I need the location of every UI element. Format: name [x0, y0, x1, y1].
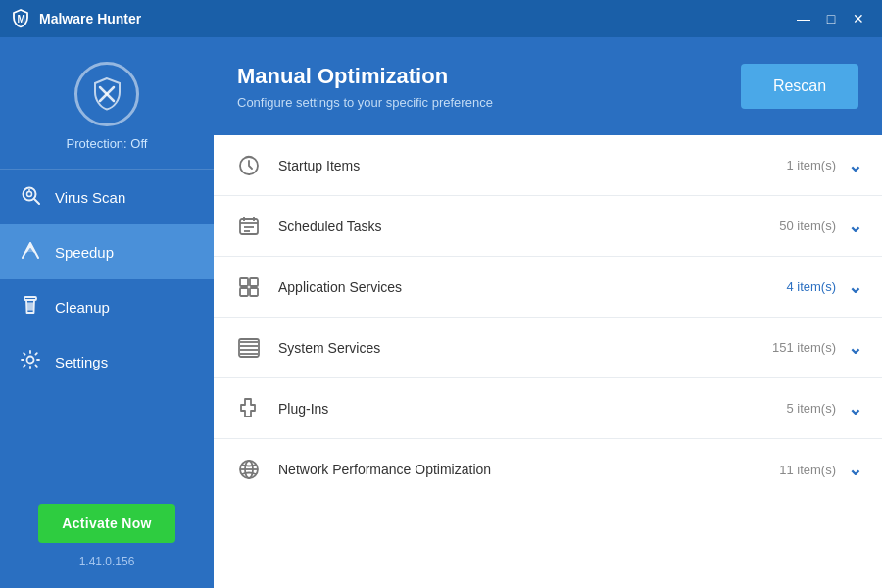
minimize-button[interactable]: —	[790, 5, 817, 32]
list-item-system-services[interactable]: System Services 151 item(s) ⌄	[214, 318, 882, 378]
speedup-icon	[20, 239, 41, 266]
app-title: Malware Hunter	[39, 11, 790, 26]
system-services-label: System Services	[278, 340, 772, 356]
scan-icon	[20, 184, 41, 211]
startup-label: Startup Items	[278, 158, 786, 173]
network-count: 11 item(s)	[779, 463, 836, 477]
sidebar-item-settings[interactable]: Settings	[0, 334, 214, 389]
titlebar: M Malware Hunter — □ ✕	[0, 0, 882, 37]
list-item-network[interactable]: Network Performance Optimization 11 item…	[214, 439, 882, 500]
network-chevron: ⌄	[848, 459, 862, 480]
sidebar: Protection: Off Virus Scan Spee	[0, 37, 214, 588]
system-services-chevron: ⌄	[848, 337, 862, 359]
sidebar-item-label-settings: Settings	[55, 354, 108, 370]
scheduled-label: Scheduled Tasks	[278, 219, 779, 234]
items-list: Startup Items 1 item(s) ⌄ Scheduled Task…	[214, 135, 882, 588]
rescan-button[interactable]: Rescan	[741, 64, 858, 109]
scheduled-chevron: ⌄	[848, 216, 862, 237]
app-services-count: 4 item(s)	[786, 279, 836, 294]
plugins-chevron: ⌄	[848, 398, 862, 419]
sidebar-bottom: Activate Now 1.41.0.156	[0, 484, 214, 588]
plugins-icon	[233, 393, 265, 424]
sidebar-item-speedup[interactable]: Speedup	[0, 224, 214, 279]
content-area: Manual Optimization Configure settings t…	[214, 37, 882, 588]
plugins-label: Plug-Ins	[278, 401, 786, 416]
scheduled-count: 50 item(s)	[779, 219, 836, 233]
sidebar-item-label-speedup: Speedup	[55, 244, 114, 261]
close-button[interactable]: ✕	[845, 5, 872, 32]
plugins-count: 5 item(s)	[786, 401, 836, 416]
protection-status: Protection: Off	[67, 136, 148, 151]
activate-now-button[interactable]: Activate Now	[38, 504, 175, 543]
svg-rect-21	[240, 288, 248, 296]
app-services-icon	[233, 271, 265, 303]
shield-icon	[74, 62, 139, 126]
system-services-icon	[233, 332, 265, 364]
page-title: Manual Optimization	[237, 64, 493, 89]
svg-line-4	[34, 199, 39, 204]
main-layout: Protection: Off Virus Scan Spee	[0, 37, 882, 588]
startup-chevron: ⌄	[848, 155, 862, 176]
content-header: Manual Optimization Configure settings t…	[214, 37, 882, 135]
sidebar-item-label-virus-scan: Virus Scan	[55, 189, 125, 206]
svg-rect-22	[250, 288, 258, 296]
app-services-label: Application Services	[278, 279, 786, 295]
maximize-button[interactable]: □	[817, 5, 845, 32]
startup-count: 1 item(s)	[786, 158, 836, 172]
sidebar-item-label-cleanup: Cleanup	[55, 299, 110, 316]
svg-point-5	[27, 191, 32, 196]
settings-icon	[20, 349, 41, 375]
app-logo: M	[10, 8, 31, 29]
header-text: Manual Optimization Configure settings t…	[237, 64, 493, 110]
svg-point-11	[27, 356, 34, 363]
network-icon	[233, 454, 265, 485]
page-subtitle: Configure settings to your specific pref…	[237, 95, 493, 110]
version-label: 1.41.0.156	[79, 555, 135, 568]
network-label: Network Performance Optimization	[278, 462, 779, 477]
sidebar-item-cleanup[interactable]: Cleanup	[0, 279, 214, 334]
startup-icon	[233, 150, 265, 181]
svg-rect-19	[240, 278, 248, 286]
svg-text:M: M	[18, 14, 25, 24]
svg-rect-20	[250, 278, 258, 286]
list-item-plugins[interactable]: Plug-Ins 5 item(s) ⌄	[214, 378, 882, 439]
app-services-chevron: ⌄	[848, 276, 862, 298]
system-services-count: 151 item(s)	[772, 340, 836, 355]
list-item-scheduled[interactable]: Scheduled Tasks 50 item(s) ⌄	[214, 196, 882, 257]
sidebar-item-virus-scan[interactable]: Virus Scan	[0, 170, 214, 224]
sidebar-header: Protection: Off	[0, 37, 214, 170]
scheduled-icon	[233, 211, 265, 242]
list-item-app-services[interactable]: Application Services 4 item(s) ⌄	[214, 257, 882, 318]
cleanup-icon	[20, 294, 41, 320]
list-item-startup[interactable]: Startup Items 1 item(s) ⌄	[214, 135, 882, 196]
